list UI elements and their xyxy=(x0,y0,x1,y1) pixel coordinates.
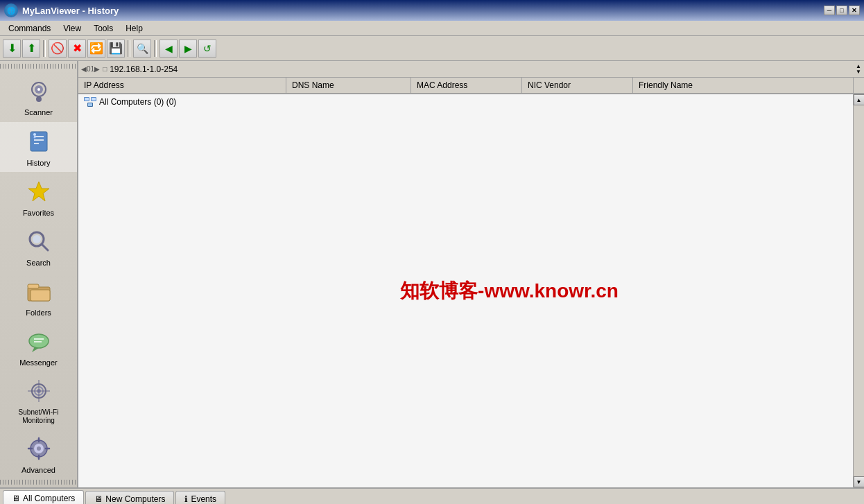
watermark: 知软博客-www.knowr.cn xyxy=(400,278,619,304)
refresh-button[interactable]: 🔁 xyxy=(87,40,105,58)
toolbar: ⬇ ⬆ 🚫 ✖ 🔁 💾 🔍 ◀ ▶ ↺ xyxy=(0,36,864,61)
svg-point-3 xyxy=(37,88,40,91)
svg-marker-10 xyxy=(28,182,49,201)
svg-rect-4 xyxy=(31,132,47,151)
svg-line-12 xyxy=(42,244,48,250)
all-computers-label: All Computers (0) (0) xyxy=(99,97,176,107)
svg-rect-36 xyxy=(92,98,96,101)
column-headers: IP Address DNS Name MAC Address NIC Vend… xyxy=(78,78,853,94)
menu-help[interactable]: Help xyxy=(120,22,148,35)
menu-bar: Commands View Tools Help xyxy=(0,21,864,36)
maximize-button[interactable]: □ xyxy=(836,6,847,15)
scroll-down-button[interactable]: ▼ xyxy=(854,476,865,487)
svg-point-28 xyxy=(37,446,41,451)
all-computers-icon xyxy=(84,97,96,107)
address-text: 192.168.1-1.0-254 xyxy=(110,64,178,74)
scroll-down-address[interactable]: ▼ xyxy=(856,69,861,75)
menu-commands[interactable]: Commands xyxy=(3,22,56,35)
messenger-label: Messenger xyxy=(19,358,57,367)
col-nic-vendor[interactable]: NIC Vendor xyxy=(522,78,633,93)
sidebar-item-history[interactable]: History xyxy=(0,122,77,172)
header-scrollbar-spacer xyxy=(853,78,864,94)
forward-button[interactable]: ▶ xyxy=(179,40,197,58)
title-bar: 🌐 MyLanViewer - History ─ □ ✕ xyxy=(0,0,864,21)
svg-point-13 xyxy=(33,235,41,243)
search-icon xyxy=(24,226,54,257)
svg-rect-38 xyxy=(88,103,92,106)
back-button[interactable]: ◀ xyxy=(159,40,178,58)
sidebar-item-scanner[interactable]: Scanner xyxy=(0,71,77,121)
search-label: Search xyxy=(26,259,51,268)
window-controls: ─ □ ✕ xyxy=(824,6,860,15)
menu-view[interactable]: View xyxy=(58,22,87,35)
col-friendly-name[interactable]: Friendly Name xyxy=(633,78,853,93)
favorites-icon xyxy=(24,176,54,207)
advanced-icon xyxy=(24,433,54,464)
toolbar-separator-1 xyxy=(43,40,46,57)
col-mac-address[interactable]: MAC Address xyxy=(411,78,522,93)
main-layout: Scanner History xyxy=(0,61,864,487)
import-button[interactable]: ⬇ xyxy=(3,40,21,58)
table-scroll-area: All Computers (0) (0) 知软博客-www.knowr.cn … xyxy=(78,94,864,487)
col-dns-name[interactable]: DNS Name xyxy=(286,78,411,93)
search-button[interactable]: 🔍 xyxy=(133,40,151,58)
menu-tools[interactable]: Tools xyxy=(88,22,119,35)
bottom-tabs: 🖥 All Computers 🖥 New Computers ℹ Events xyxy=(0,487,864,504)
table-row[interactable]: All Computers (0) (0) xyxy=(78,94,853,110)
sidebar: Scanner History xyxy=(0,61,78,487)
scroll-up-button[interactable]: ▲ xyxy=(854,94,865,105)
all-computers-tab-label: All Computers xyxy=(23,494,75,503)
export-button[interactable]: ⬆ xyxy=(22,40,40,58)
sidebar-item-search[interactable]: Search xyxy=(0,222,77,272)
table-body: All Computers (0) (0) 知软博客-www.knowr.cn xyxy=(78,94,853,487)
scanner-icon xyxy=(24,76,54,106)
svg-point-17 xyxy=(29,334,49,348)
delete-button[interactable]: ✖ xyxy=(68,40,86,58)
tab-all-computers[interactable]: 🖥 All Computers xyxy=(3,490,84,504)
all-computers-tab-icon: 🖥 xyxy=(12,494,20,503)
scanner-label: Scanner xyxy=(24,108,53,117)
column-header-row: IP Address DNS Name MAC Address NIC Vend… xyxy=(78,78,864,94)
subnet-label: Subnet/Wi-Fi Monitoring xyxy=(19,408,59,425)
svg-rect-15 xyxy=(28,284,39,288)
stop-button[interactable]: 🚫 xyxy=(49,40,67,58)
sidebar-item-subnet[interactable]: Subnet/Wi-Fi Monitoring xyxy=(0,372,77,429)
events-tab-icon: ℹ xyxy=(184,494,188,504)
sidebar-item-advanced[interactable]: Advanced xyxy=(0,429,77,479)
svg-point-9 xyxy=(33,136,35,138)
favorites-label: Favorites xyxy=(23,209,54,218)
folders-icon xyxy=(24,276,54,306)
svg-point-8 xyxy=(33,133,36,136)
content-area: ◀01▶ □ 192.168.1-1.0-254 ▲ ▼ IP Address … xyxy=(78,61,864,487)
history-label: History xyxy=(26,159,50,168)
tab-events[interactable]: ℹ Events xyxy=(175,491,225,504)
subnet-icon xyxy=(24,376,54,406)
sidebar-dots-bottom xyxy=(0,480,77,485)
window-title: MyLanViewer - History xyxy=(22,6,119,16)
close-button[interactable]: ✕ xyxy=(849,6,860,15)
sidebar-item-favorites[interactable]: Favorites xyxy=(0,172,77,222)
events-tab-label: Events xyxy=(191,494,216,504)
svg-rect-34 xyxy=(85,98,89,101)
reload-button[interactable]: ↺ xyxy=(198,40,216,58)
new-computers-tab-icon: 🖥 xyxy=(94,494,103,504)
new-computers-tab-label: New Computers xyxy=(105,494,165,504)
advanced-label: Advanced xyxy=(21,466,55,475)
sidebar-item-messenger[interactable]: Messenger xyxy=(0,322,77,372)
folders-label: Folders xyxy=(26,309,51,318)
address-bar: ◀01▶ □ 192.168.1-1.0-254 ▲ ▼ xyxy=(78,61,864,78)
tab-new-computers[interactable]: 🖥 New Computers xyxy=(85,491,174,504)
toolbar-separator-2 xyxy=(128,40,130,57)
col-ip-address[interactable]: IP Address xyxy=(78,78,286,93)
sidebar-item-folders[interactable]: Folders xyxy=(0,272,77,322)
app-icon: 🌐 xyxy=(4,3,18,17)
history-icon xyxy=(24,126,54,157)
vertical-scrollbar[interactable]: ▲ ▼ xyxy=(853,94,864,487)
table-wrapper: All Computers (0) (0) 知软博客-www.knowr.cn xyxy=(78,94,853,487)
sidebar-dots-top xyxy=(0,64,77,69)
minimize-button[interactable]: ─ xyxy=(824,6,835,15)
svg-rect-2 xyxy=(36,96,42,102)
messenger-icon xyxy=(24,326,54,356)
save-button[interactable]: 💾 xyxy=(107,40,125,58)
svg-rect-16 xyxy=(31,290,50,301)
